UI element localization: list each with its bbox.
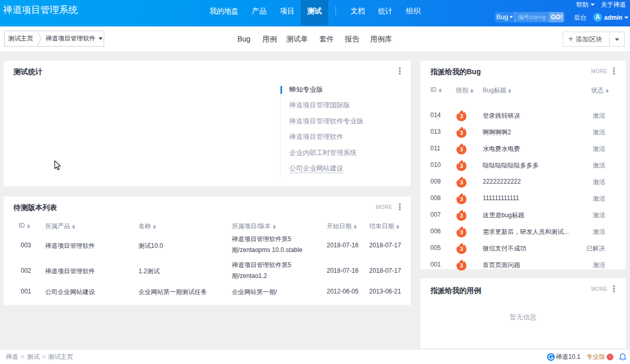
svg-text:3: 3 [460,246,463,252]
svg-text:3: 3 [460,163,463,169]
svg-text:3: 3 [460,146,463,152]
svg-text:3: 3 [460,196,463,202]
svg-text:3: 3 [460,262,463,269]
svg-text:3: 3 [460,113,463,119]
svg-text:3: 3 [460,213,463,219]
svg-text:3: 3 [460,179,463,186]
svg-text:3: 3 [460,130,463,136]
svg-text:3: 3 [460,229,463,235]
